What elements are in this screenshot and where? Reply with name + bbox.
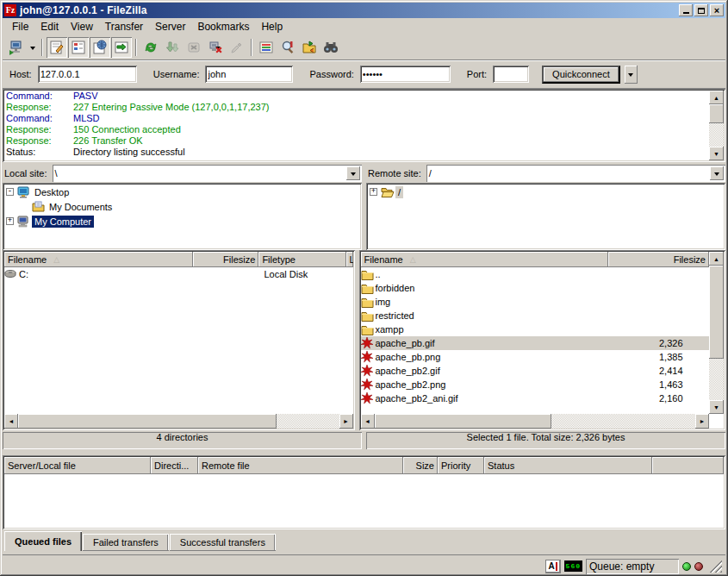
scroll-right-icon[interactable]: ►: [339, 414, 353, 429]
scroll-thumb[interactable]: [709, 266, 724, 359]
scroll-track[interactable]: [709, 123, 724, 147]
reconnect-button[interactable]: [227, 37, 247, 58]
file-row[interactable]: apache_pb2.png1,463: [361, 378, 710, 391]
tab-failed-transfers[interactable]: Failed transfers: [83, 534, 169, 551]
find-files-button[interactable]: [320, 37, 341, 58]
remote-site-combo[interactable]: /: [426, 165, 725, 182]
refresh-button[interactable]: [140, 37, 161, 58]
tree-item[interactable]: +/: [368, 185, 724, 199]
remote-site-path: /: [426, 167, 708, 179]
queue-splitter[interactable]: [3, 449, 725, 455]
column-header-filetype[interactable]: Filetype: [258, 252, 345, 267]
toggle-transfer-queue-button[interactable]: [111, 37, 132, 58]
tree-item[interactable]: -Desktop: [4, 185, 360, 199]
queue-column-server-local-file[interactable]: Server/Local file: [4, 457, 151, 474]
queue-column-priority[interactable]: Priority: [438, 457, 484, 474]
data-type-indicator[interactable]: A: [545, 560, 561, 573]
column-header-filename[interactable]: Filename△: [4, 252, 193, 267]
queue-column-size[interactable]: Size: [403, 457, 438, 474]
file-name: img: [361, 296, 608, 309]
expand-icon[interactable]: +: [6, 217, 14, 225]
chevron-down-icon[interactable]: [346, 166, 360, 180]
file-name-label: xampp: [376, 324, 404, 335]
tab-successful-transfers[interactable]: Successful transfers: [170, 534, 276, 551]
cancel-operation-button[interactable]: [184, 37, 204, 58]
file-name-label: C:: [19, 269, 28, 279]
close-button[interactable]: ×: [710, 4, 724, 16]
disconnect-icon: [208, 40, 223, 55]
scroll-down-icon[interactable]: ▼: [709, 400, 724, 414]
scroll-up-icon[interactable]: ▲: [709, 91, 724, 104]
process-queue-button[interactable]: [162, 37, 183, 58]
toggle-remote-tree-button[interactable]: [90, 37, 110, 58]
column-header-filesize[interactable]: Filesize: [608, 252, 710, 267]
menu-help[interactable]: Help: [255, 19, 289, 34]
column-header-filename[interactable]: Filename△: [361, 252, 608, 267]
scroll-track[interactable]: [709, 359, 724, 400]
scroll-thumb[interactable]: [375, 414, 551, 429]
remote-hscrollbar[interactable]: ◄ ►: [361, 414, 710, 429]
menu-file[interactable]: File: [6, 19, 34, 34]
file-row[interactable]: C:Local Disk: [4, 267, 353, 281]
file-row[interactable]: restricted: [361, 309, 710, 322]
toggle-local-tree-button[interactable]: [68, 37, 89, 58]
file-row[interactable]: img: [361, 295, 710, 309]
scroll-thumb[interactable]: [709, 104, 724, 123]
scroll-down-icon[interactable]: ▼: [709, 147, 724, 160]
chevron-down-icon[interactable]: [710, 166, 724, 180]
site-manager-dropdown[interactable]: [28, 37, 38, 58]
file-row[interactable]: xampp: [361, 322, 710, 336]
scroll-thumb[interactable]: [18, 414, 277, 429]
scroll-left-icon[interactable]: ◄: [361, 414, 375, 429]
local-tree: -DesktopMy Documents+My Computer: [3, 183, 362, 250]
synchronized-browsing-button[interactable]: [299, 37, 320, 58]
local-site-combo[interactable]: \: [53, 165, 362, 182]
file-row[interactable]: apache_pb.png1,385: [361, 350, 710, 364]
local-hscrollbar[interactable]: ◄ ►: [4, 414, 353, 429]
queue-column-directi-[interactable]: Directi...: [151, 457, 198, 474]
quickconnect-button[interactable]: Quickconnect: [542, 66, 620, 84]
column-header-l[interactable]: L: [346, 252, 353, 267]
site-manager-button[interactable]: [6, 37, 27, 58]
maximize-button[interactable]: [694, 4, 708, 16]
scroll-right-icon[interactable]: ►: [695, 414, 709, 429]
quickconnect-dropdown[interactable]: [625, 66, 638, 84]
queue-column-status[interactable]: Status: [484, 457, 652, 474]
expand-icon[interactable]: +: [370, 188, 377, 196]
scroll-left-icon[interactable]: ◄: [4, 414, 18, 429]
file-row[interactable]: ..: [361, 267, 710, 281]
log-scrollbar[interactable]: ▲ ▼: [709, 91, 724, 160]
filename-filters-button[interactable]: [256, 37, 277, 58]
column-header-filesize[interactable]: Filesize: [193, 252, 258, 267]
minimize-button[interactable]: [679, 4, 693, 16]
menu-bookmarks[interactable]: Bookmarks: [191, 19, 255, 34]
file-size: 2,326: [608, 338, 688, 348]
scroll-up-icon[interactable]: ▲: [709, 252, 724, 266]
speed-limits-indicator[interactable]: 560: [564, 560, 582, 572]
file-size: 1,385: [608, 352, 688, 362]
scroll-track[interactable]: [277, 414, 339, 429]
menu-view[interactable]: View: [65, 19, 99, 34]
tab-queued-files[interactable]: Queued files: [4, 531, 82, 551]
remote-vscrollbar[interactable]: ▲ ▼: [709, 252, 724, 414]
file-row[interactable]: apache_pb.gif2,326: [361, 336, 710, 350]
host-input[interactable]: [38, 66, 137, 83]
file-row[interactable]: apache_pb2_ani.gif2,160: [361, 391, 710, 405]
disconnect-button[interactable]: [205, 37, 226, 58]
directory-comparison-button[interactable]: [277, 37, 298, 58]
tree-item[interactable]: +My Computer: [4, 214, 360, 229]
username-input[interactable]: [205, 66, 293, 83]
collapse-icon[interactable]: -: [6, 188, 14, 196]
file-row[interactable]: forbidden: [361, 281, 710, 295]
menu-server[interactable]: Server: [149, 19, 191, 34]
resize-grip[interactable]: [710, 560, 722, 573]
menu-transfer[interactable]: Transfer: [99, 19, 149, 34]
file-row[interactable]: apache_pb2.gif2,414: [361, 364, 710, 378]
port-input[interactable]: [493, 66, 529, 83]
scroll-track[interactable]: [551, 414, 696, 429]
password-input[interactable]: [360, 66, 451, 83]
tree-item[interactable]: My Documents: [4, 199, 360, 214]
queue-column-remote-file[interactable]: Remote file: [198, 457, 403, 474]
menu-edit[interactable]: Edit: [34, 19, 65, 34]
toggle-message-log-button[interactable]: [47, 37, 67, 58]
